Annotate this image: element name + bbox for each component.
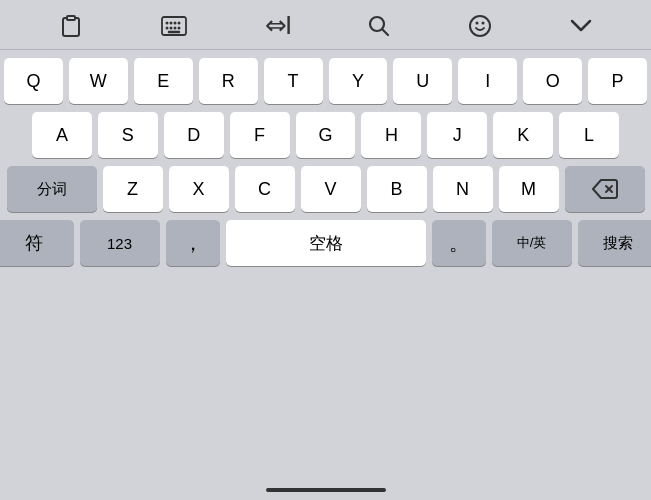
svg-line-12: [383, 29, 389, 35]
keyboard-icon[interactable]: [161, 16, 187, 36]
key-q[interactable]: Q: [4, 58, 63, 104]
key-n[interactable]: N: [433, 166, 493, 212]
key-row-3: 分词 Z X C V B N M: [4, 166, 647, 212]
key-a[interactable]: A: [32, 112, 92, 158]
key-m[interactable]: M: [499, 166, 559, 212]
key-v[interactable]: V: [301, 166, 361, 212]
emoji-icon[interactable]: [468, 14, 492, 38]
key-k[interactable]: K: [493, 112, 553, 158]
key-space[interactable]: 空格: [226, 220, 426, 266]
cursor-icon[interactable]: ⇔I: [265, 10, 290, 41]
key-d[interactable]: D: [164, 112, 224, 158]
key-r[interactable]: R: [199, 58, 258, 104]
key-z[interactable]: Z: [103, 166, 163, 212]
key-fenci[interactable]: 分词: [7, 166, 97, 212]
key-u[interactable]: U: [393, 58, 452, 104]
keyboard-area: Q W E R T Y U I O P A S D F G H J K L 分词…: [0, 50, 651, 480]
key-g[interactable]: G: [296, 112, 356, 158]
key-backspace[interactable]: [565, 166, 645, 212]
svg-rect-0: [67, 16, 75, 20]
key-o[interactable]: O: [523, 58, 582, 104]
key-b[interactable]: B: [367, 166, 427, 212]
key-h[interactable]: H: [361, 112, 421, 158]
key-i[interactable]: I: [458, 58, 517, 104]
key-p[interactable]: P: [588, 58, 647, 104]
key-row-2: A S D F G H J K L: [4, 112, 647, 158]
key-j[interactable]: J: [427, 112, 487, 158]
bottom-bar: [0, 480, 651, 500]
key-y[interactable]: Y: [329, 58, 388, 104]
toolbar: ⇔I: [0, 0, 651, 50]
key-f[interactable]: F: [230, 112, 290, 158]
key-w[interactable]: W: [69, 58, 128, 104]
key-comma[interactable]: ，: [166, 220, 220, 266]
key-c[interactable]: C: [235, 166, 295, 212]
key-t[interactable]: T: [264, 58, 323, 104]
key-fu[interactable]: 符: [0, 220, 74, 266]
svg-point-13: [470, 16, 490, 36]
key-row-1: Q W E R T Y U I O P: [4, 58, 647, 104]
key-period[interactable]: 。: [432, 220, 486, 266]
key-search[interactable]: 搜索: [578, 220, 652, 266]
key-x[interactable]: X: [169, 166, 229, 212]
search-icon[interactable]: [368, 15, 390, 37]
chevron-down-icon[interactable]: [570, 18, 592, 34]
key-l[interactable]: L: [559, 112, 619, 158]
key-123[interactable]: 123: [80, 220, 160, 266]
key-e[interactable]: E: [134, 58, 193, 104]
home-indicator: [266, 488, 386, 492]
key-s[interactable]: S: [98, 112, 158, 158]
key-row-4: 符 123 ， 空格 。 中/英 搜索: [4, 220, 647, 266]
key-zhongying[interactable]: 中/英: [492, 220, 572, 266]
clipboard-icon[interactable]: [59, 14, 83, 38]
